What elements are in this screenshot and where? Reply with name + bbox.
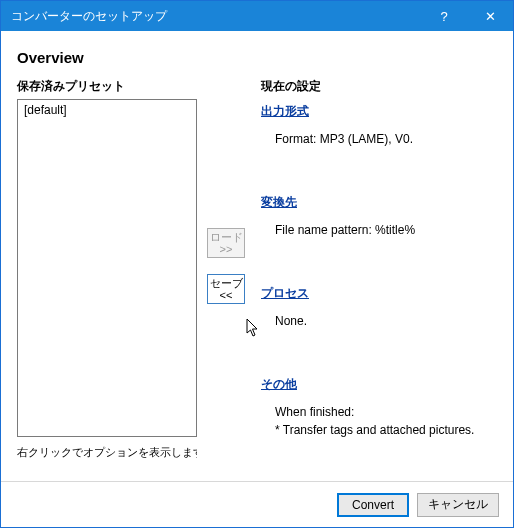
current-settings-label: 現在の設定: [261, 78, 497, 95]
content-area: Overview 保存済みプリセット [default] 右クリックでオプション…: [1, 31, 513, 481]
save-button[interactable]: セーブ <<: [207, 274, 245, 304]
preset-item[interactable]: [default]: [22, 102, 192, 118]
output-format-link[interactable]: 出力形式: [261, 104, 309, 118]
page-heading: Overview: [17, 49, 497, 66]
output-format-body: Format: MP3 (LAME), V0.: [275, 130, 497, 148]
convert-button[interactable]: Convert: [337, 493, 409, 517]
help-button[interactable]: ?: [421, 1, 467, 31]
other-link[interactable]: その他: [261, 377, 297, 391]
processing-body: None.: [275, 312, 497, 330]
presets-listbox[interactable]: [default]: [17, 99, 197, 437]
load-arrows: >>: [220, 243, 233, 255]
other-line1: When finished:: [275, 405, 354, 419]
footer-bar: Convert キャンセル: [1, 481, 513, 527]
other-body: When finished: * Transfer tags and attac…: [275, 403, 497, 439]
close-button[interactable]: ✕: [467, 1, 513, 31]
destination-body: File name pattern: %title%: [275, 221, 497, 239]
load-button: ロード >>: [207, 228, 245, 258]
load-label: ロード: [210, 231, 243, 243]
save-arrows: <<: [220, 289, 233, 301]
save-label: セーブ: [210, 277, 243, 289]
other-line2: * Transfer tags and attached pictures.: [275, 423, 474, 437]
presets-hint: 右クリックでオプションを表示します: [17, 445, 197, 460]
cancel-button[interactable]: キャンセル: [417, 493, 499, 517]
destination-link[interactable]: 変換先: [261, 195, 297, 209]
title-bar: コンバーターのセットアップ ? ✕: [1, 1, 513, 31]
processing-link[interactable]: プロセス: [261, 286, 309, 300]
window-title: コンバーターのセットアップ: [11, 8, 421, 25]
presets-label: 保存済みプリセット: [17, 78, 197, 95]
